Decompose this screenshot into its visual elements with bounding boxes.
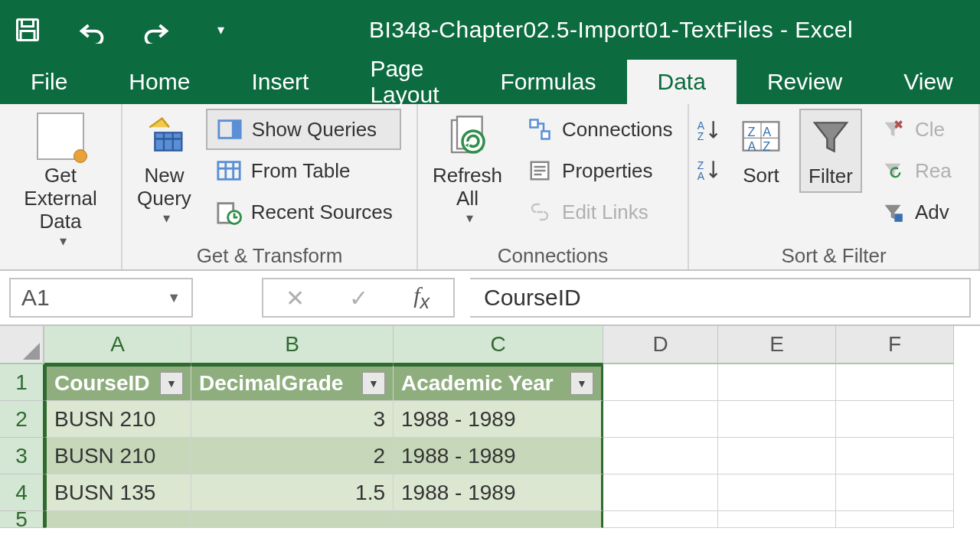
cell[interactable] — [191, 511, 394, 528]
row-header[interactable]: 5 — [0, 511, 44, 528]
svg-rect-3 — [155, 132, 182, 150]
cell[interactable] — [718, 364, 836, 401]
cell[interactable] — [603, 474, 718, 511]
insert-function-button[interactable]: fx — [390, 282, 453, 313]
col-header-B[interactable]: B — [191, 326, 394, 364]
filter-button[interactable]: Filter — [799, 109, 862, 193]
tab-view[interactable]: View — [873, 60, 980, 104]
filter-dropdown-icon[interactable]: ▼ — [570, 372, 593, 395]
table-icon — [214, 156, 243, 185]
ribbon-tabs: File Home Insert Page Layout Formulas Da… — [0, 60, 980, 104]
cell[interactable]: 3 — [191, 401, 394, 438]
svg-rect-19 — [542, 132, 550, 139]
tab-formulas[interactable]: Formulas — [469, 60, 626, 104]
sort-desc-button[interactable]: ZA — [697, 159, 723, 184]
group-connections: Refresh All Connections Properties Edit … — [418, 104, 689, 269]
svg-text:A: A — [763, 125, 771, 139]
funnel-icon — [807, 113, 854, 161]
cell[interactable] — [44, 511, 191, 528]
cell[interactable]: BUSN 210 — [44, 438, 191, 474]
new-query-button[interactable]: New Query — [130, 109, 198, 230]
filter-dropdown-icon[interactable]: ▼ — [362, 372, 385, 395]
cell[interactable] — [394, 511, 603, 528]
formula-input[interactable]: CourseID — [470, 278, 971, 318]
recent-sources-button[interactable]: Recent Sources — [206, 191, 401, 233]
connections-button[interactable]: Connections — [517, 109, 681, 150]
get-external-data-button[interactable]: Get External Data — [8, 109, 113, 253]
cell[interactable] — [836, 511, 954, 528]
worksheet-grid[interactable]: A B C D E F 1 CourseID ▼ DecimalGrade ▼ … — [0, 326, 980, 528]
cell[interactable]: 2 — [191, 438, 394, 474]
row-header[interactable]: 1 — [0, 364, 44, 401]
tab-insert[interactable]: Insert — [220, 60, 339, 104]
ribbon: Get External Data New Query Show Queries… — [0, 104, 980, 271]
select-all-corner[interactable] — [0, 326, 44, 364]
tab-data[interactable]: Data — [627, 60, 737, 104]
group-sort-filter: AZ ZA ZAAZ Sort Filter Cle Rea — [689, 104, 980, 269]
group-caption: Sort & Filter — [689, 244, 978, 268]
cell[interactable] — [718, 401, 836, 438]
chevron-down-icon[interactable]: ▼ — [167, 290, 181, 306]
cell[interactable] — [836, 401, 954, 438]
reapply-filter-button: Rea — [870, 150, 960, 191]
table-row: 5 — [0, 511, 980, 528]
sort-button[interactable]: ZAAZ Sort — [730, 109, 792, 191]
name-box[interactable]: A1 ▼ — [9, 278, 193, 318]
cell[interactable]: BUSN 135 — [44, 474, 191, 511]
save-icon[interactable] — [11, 13, 44, 47]
filter-dropdown-icon[interactable]: ▼ — [160, 372, 183, 395]
cell[interactable]: 1988 - 1989 — [394, 401, 603, 438]
cell[interactable]: 1988 - 1989 — [394, 438, 603, 474]
row-header[interactable]: 4 — [0, 474, 44, 511]
col-header-E[interactable]: E — [718, 326, 836, 364]
sort-icon: ZAAZ — [737, 112, 785, 160]
tab-page-layout[interactable]: Page Layout — [339, 60, 469, 104]
row-header[interactable]: 3 — [0, 438, 44, 474]
group-caption: Get & Transform — [122, 244, 416, 268]
svg-text:Z: Z — [748, 125, 756, 139]
recent-sources-icon — [214, 197, 243, 227]
cancel-formula-icon: ✕ — [263, 285, 327, 311]
funnel-advanced-icon — [878, 197, 907, 227]
new-query-icon — [140, 112, 188, 160]
cell[interactable]: BUSN 210 — [44, 401, 191, 438]
tab-home[interactable]: Home — [98, 60, 220, 104]
redo-icon[interactable] — [139, 13, 173, 47]
col-header-F[interactable]: F — [836, 326, 954, 364]
cell[interactable] — [603, 401, 718, 438]
table-row: 1 CourseID ▼ DecimalGrade ▼ Academic Yea… — [0, 364, 980, 401]
from-table-button[interactable]: From Table — [206, 150, 401, 191]
enter-formula-icon: ✓ — [327, 285, 390, 311]
cell[interactable] — [718, 511, 836, 528]
col-header-A[interactable]: A — [44, 326, 191, 364]
cell[interactable] — [603, 364, 718, 401]
show-queries-button[interactable]: Show Queries — [206, 109, 401, 150]
group-external-data: Get External Data — [0, 104, 122, 269]
row-header[interactable]: 2 — [0, 401, 44, 438]
cell[interactable] — [603, 511, 718, 528]
table-header-cell[interactable]: CourseID ▼ — [44, 364, 191, 401]
cell[interactable] — [836, 438, 954, 474]
col-header-D[interactable]: D — [603, 326, 718, 364]
cell[interactable] — [718, 438, 836, 474]
cell[interactable] — [836, 364, 954, 401]
cell[interactable] — [718, 474, 836, 511]
properties-button[interactable]: Properties — [517, 150, 681, 191]
window-title: BI348-Chapter02.5-Import01-TextFiles - E… — [369, 17, 853, 43]
undo-icon[interactable] — [75, 13, 109, 47]
cell[interactable]: 1988 - 1989 — [394, 474, 603, 511]
sort-asc-button[interactable]: AZ — [697, 119, 723, 144]
table-header-cell[interactable]: Academic Year ▼ — [394, 364, 603, 401]
qat-customize-icon[interactable]: ▾ — [204, 13, 237, 47]
cell[interactable]: 1.5 — [191, 474, 394, 511]
group-caption: Connections — [418, 244, 688, 268]
cell[interactable] — [836, 474, 954, 511]
advanced-filter-button[interactable]: Adv — [870, 191, 960, 233]
refresh-all-button[interactable]: Refresh All — [426, 109, 509, 230]
cell[interactable] — [603, 438, 718, 474]
tab-review[interactable]: Review — [737, 60, 873, 104]
table-header-cell[interactable]: DecimalGrade ▼ — [191, 364, 394, 401]
tab-file[interactable]: File — [0, 60, 98, 104]
col-header-C[interactable]: C — [394, 326, 603, 364]
svg-rect-9 — [218, 162, 240, 180]
